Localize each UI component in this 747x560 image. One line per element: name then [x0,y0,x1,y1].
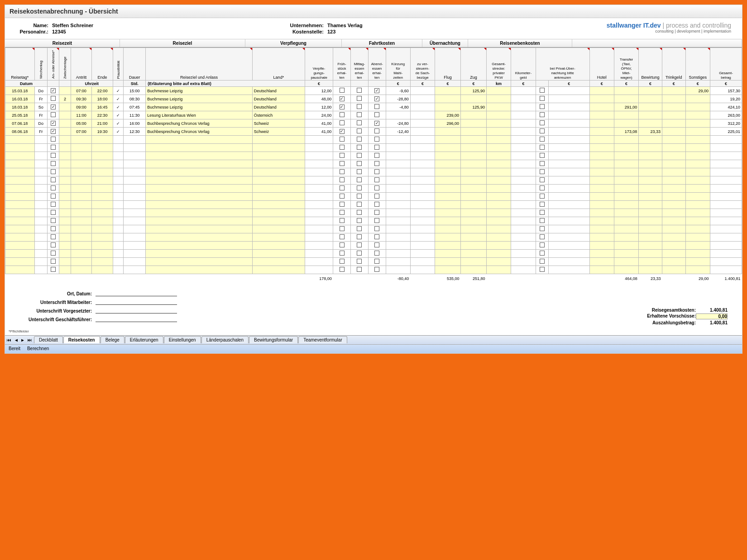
table-row-empty[interactable] [5,185,742,193]
checkbox[interactable] [374,128,379,133]
table-row-empty[interactable] [5,152,742,160]
checkbox[interactable] [374,169,379,174]
checkbox[interactable] [51,177,56,182]
checkbox[interactable] [357,112,362,117]
table-row-empty[interactable] [5,168,742,176]
checkbox[interactable] [51,185,56,190]
checkbox[interactable] [357,128,362,133]
sheet-tab[interactable]: Deckblatt [34,336,63,343]
checkbox[interactable] [340,153,345,158]
checkbox[interactable] [51,194,56,199]
checkbox[interactable] [540,259,545,264]
table-row[interactable]: 16.03.18Fr209:3018:00✓08:30Buchmesse Lei… [5,95,742,103]
checkbox[interactable] [340,137,345,142]
expense-table[interactable]: Reisetag* Wochentag An- oder Abreise* Zw… [5,47,742,283]
checkbox[interactable] [357,242,362,247]
checkbox[interactable] [540,112,545,117]
checkbox[interactable] [340,194,345,199]
worksheet-tabs[interactable]: ⏮ ◀ ▶ ⏭ DeckblattReisekostenBelegeErläut… [5,335,742,344]
table-row-empty[interactable] [5,209,742,217]
checkbox[interactable] [51,242,56,247]
table-row-empty[interactable] [5,242,742,250]
checkbox[interactable] [540,194,545,199]
checkbox[interactable] [540,120,545,125]
checkbox[interactable] [51,137,56,142]
table-row-empty[interactable] [5,193,742,201]
checkbox[interactable] [51,112,56,117]
checkbox[interactable] [540,251,545,256]
checkbox[interactable] [51,267,56,272]
checkbox[interactable] [540,234,545,239]
checkbox[interactable] [340,161,345,166]
table-row-empty[interactable] [5,160,742,168]
sum-vorschuss-val[interactable]: 0,00 [696,313,728,319]
checkbox[interactable] [340,185,345,190]
table-row-empty[interactable] [5,250,742,258]
checkbox[interactable] [374,96,379,101]
checkbox[interactable] [51,234,56,239]
checkbox[interactable] [51,169,56,174]
table-row[interactable]: 18.03.18So09:0016:45✓07:45Buchmesse Leip… [5,103,742,111]
checkbox[interactable] [540,267,545,272]
checkbox[interactable] [374,202,379,207]
checkbox[interactable] [51,218,56,223]
checkbox[interactable] [340,169,345,174]
checkbox[interactable] [540,226,545,231]
checkbox[interactable] [357,194,362,199]
sheet-tab[interactable]: Länderpauschalen [201,336,249,343]
checkbox[interactable] [374,104,379,109]
checkbox[interactable] [374,259,379,264]
checkbox[interactable] [340,234,345,239]
checkbox[interactable] [357,202,362,207]
table-row-empty[interactable] [5,225,742,233]
checkbox[interactable] [340,112,345,117]
table-row[interactable]: 15.03.18Do07:0022:00✓15:00Buchmesse Leip… [5,87,742,95]
checkbox[interactable] [340,210,345,215]
checkbox[interactable] [340,129,345,134]
checkbox[interactable] [357,226,362,231]
checkbox[interactable] [374,226,379,231]
checkbox[interactable] [374,234,379,239]
checkbox[interactable] [374,267,379,272]
sheet-tab[interactable]: Teameventformular [298,336,347,343]
checkbox[interactable] [374,242,379,247]
checkbox[interactable] [51,88,56,93]
checkbox[interactable] [357,104,362,109]
checkbox[interactable] [51,145,56,150]
checkbox[interactable] [540,161,545,166]
checkbox[interactable] [374,121,379,126]
sheet-tab[interactable]: Einstellungen [164,336,201,343]
table-row-empty[interactable] [5,233,742,242]
tab-nav-last[interactable]: ⏭ [26,337,34,342]
checkbox[interactable] [51,121,56,126]
checkbox[interactable] [374,137,379,142]
checkbox[interactable] [540,242,545,247]
checkbox[interactable] [540,145,545,150]
checkbox[interactable] [540,185,545,190]
checkbox[interactable] [374,88,379,93]
sig-ma-line[interactable] [96,300,177,305]
checkbox[interactable] [540,202,545,207]
checkbox[interactable] [374,194,379,199]
checkbox[interactable] [540,96,545,101]
checkbox[interactable] [540,218,545,223]
table-body[interactable]: 15.03.18Do07:0022:00✓15:00Buchmesse Leip… [5,87,742,274]
checkbox[interactable] [357,251,362,256]
checkbox[interactable] [357,210,362,215]
sheet-tab[interactable]: Bewirtungsformular [249,336,298,343]
checkbox[interactable] [340,267,345,272]
checkbox[interactable] [374,210,379,215]
checkbox[interactable] [540,177,545,182]
table-row-empty[interactable] [5,136,742,144]
sheet-tab[interactable]: Erläuterungen [125,336,163,343]
checkbox[interactable] [357,137,362,142]
checkbox[interactable] [51,104,56,109]
checkbox[interactable] [540,88,545,93]
checkbox[interactable] [51,161,56,166]
checkbox[interactable] [540,128,545,133]
checkbox[interactable] [540,169,545,174]
checkbox[interactable] [357,177,362,182]
checkbox[interactable] [51,226,56,231]
table-row-empty[interactable] [5,266,742,274]
checkbox[interactable] [357,259,362,264]
